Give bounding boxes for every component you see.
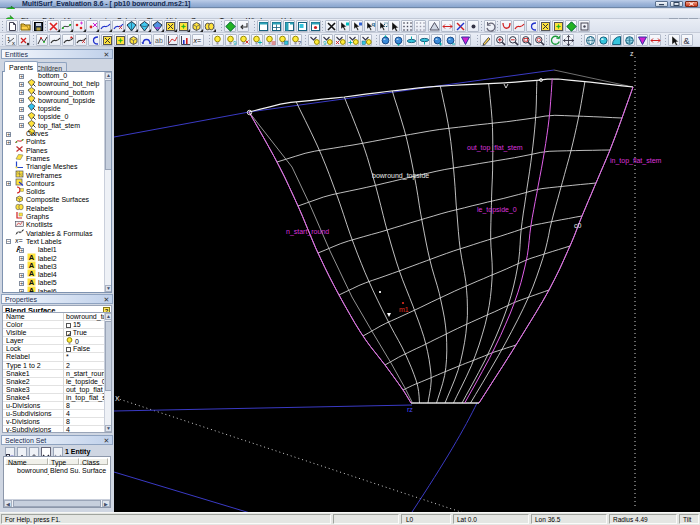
toolbar-button-redcup-icon[interactable] [500,20,512,32]
toolbar-button-page-icon[interactable] [6,20,18,32]
property-row-u-subdivisions[interactable]: u-Subdivisions4 [3,410,111,418]
close-button[interactable] [685,1,698,7]
scroll-down-icon[interactable]: ▼ [105,285,112,292]
toolbar-button-flat2-icon[interactable] [418,34,430,46]
property-row-lock[interactable]: Lock False [3,345,111,353]
minimize-button[interactable] [655,1,668,7]
tree-item-label2[interactable]: +Alabel2 [3,255,111,263]
toolbar-button-wedge-icon[interactable] [610,34,622,46]
scroll-up-icon[interactable]: ▲ [105,313,112,320]
toolbar-button-half-icon[interactable]: 1x [5,34,17,46]
tree-item-topside[interactable]: +topside [3,105,111,113]
toolbar-grip[interactable] [375,35,378,45]
toolbar-button-ball--icon[interactable] [431,34,443,46]
tree-expander-icon[interactable]: + [19,90,24,95]
toolbar-button-bulb-x9-icon[interactable] [238,34,250,46]
selection-table[interactable]: Name Type Class bowround_... Blend Su...… [3,456,111,508]
toolbar-button-curve-d02020-icon[interactable] [513,20,525,32]
toolbar-button-win-c-icon[interactable] [283,20,295,32]
property-row-layer[interactable]: Layer 0 [3,337,111,345]
toolbar-button-curvea-303030-icon[interactable] [62,34,74,46]
toolbar-button-fx-icon[interactable]: x= [192,34,204,46]
tree-expander-icon[interactable]: + [19,107,24,112]
tree-item-topside-0[interactable]: +topside_0 [3,113,111,121]
tree-expander-icon[interactable]: − [6,239,11,244]
scroll-left-icon[interactable]: ◀ [4,500,12,507]
toolbar-button-lr-icon[interactable] [441,20,453,32]
viewport-canvas[interactable]: bowround_topsideout_top_flat_stemin_top_… [114,47,700,512]
toolbar-button-curveg-icon[interactable] [60,20,72,32]
toolbar-grip[interactable] [664,35,667,45]
tree-expander-icon[interactable]: + [19,248,24,253]
toolbar-button-win-d-icon[interactable] [296,20,308,32]
tree-expander-icon[interactable]: + [19,123,24,128]
tree-item-label1[interactable]: +Alabel1 [3,246,111,254]
toolbar-button-arc-2233cc-icon[interactable] [88,34,100,46]
tree-expander-icon[interactable]: + [6,140,11,145]
tree-item-planes[interactable]: Planes [3,147,111,155]
tree-expander-icon[interactable]: + [19,82,24,87]
toolbar-button-diam-22b322-icon[interactable] [565,20,577,32]
tree-item-label5[interactable]: +Alabel5 [3,279,111,287]
tree-item-relabels[interactable]: Relabels [3,205,111,213]
tree-expander-icon[interactable]: + [19,98,24,103]
toolbar-button-mag--icon[interactable] [494,34,506,46]
toolbar-button-disk-icon[interactable] [32,20,44,32]
toolbar-button-curve-2233cc-icon[interactable] [99,20,111,32]
toolbar-grip[interactable] [253,21,256,31]
tree-item-bowround-bot-help[interactable]: +bowround_bot_help [3,80,111,88]
toolbar-button-xdot-icon[interactable] [18,34,30,46]
toolbar-button-blob2-icon[interactable] [203,20,215,32]
toolbar-button-pen-icon[interactable] [480,34,492,46]
scroll-thumb[interactable] [105,321,112,391]
toolbar-button-bulb-icon[interactable] [212,34,224,46]
toolbar-button-tri-icon[interactable] [428,20,440,32]
toolbar-button-bluearc-icon[interactable] [140,34,152,46]
toolbar-button-cube-icon[interactable] [127,34,139,46]
toolbar-button-ab-icon[interactable]: ab [153,34,165,46]
property-row-snake3[interactable]: Snake3out_top_flat_stem [3,386,111,394]
toolbar-grip[interactable] [304,35,307,45]
property-row-snake1[interactable]: Snake1n_start_round [3,370,111,378]
toolbar-button-arc-2233cc-icon[interactable] [526,20,538,32]
entities-close-icon[interactable]: ✕ [103,51,110,58]
toolbar-button-mag-o-icon[interactable] [533,34,545,46]
toolbar-grip[interactable] [480,21,483,31]
toolbar-button-curvex-303030-icon[interactable] [75,34,87,46]
toolbar-button-arrow-icon[interactable] [388,20,400,32]
toolbar-button-amp-icon[interactable]: & [681,34,693,46]
toolbar-button-win-a-icon[interactable] [257,20,269,32]
tree-item-top-flat-stem[interactable]: +top_flat_stem [3,122,111,130]
property-row-color[interactable]: Color 15 [3,321,111,329]
tree-expander-icon[interactable]: + [6,132,11,137]
toolbar-button-cube-icon[interactable] [190,20,202,32]
toolbar-grip[interactable] [580,35,583,45]
toolbar-button-tridown-icon[interactable] [636,34,648,46]
properties-grid[interactable]: Namebowround_topsideColor 15Visible✓ Tru… [2,312,112,433]
toolbar-button-win-e-icon[interactable] [309,20,321,32]
selection-row-class[interactable]: Surface [82,467,110,475]
toolbar-button-chart2-icon[interactable] [179,34,191,46]
toolbar-button-rot-icon[interactable] [549,34,561,46]
toolbar-grip[interactable] [208,35,211,45]
toolbar-button-flat-icon[interactable] [405,34,417,46]
toolbar-button-lr-icon[interactable] [649,34,661,46]
column-header-class[interactable]: Class [79,458,108,465]
toolbar-button-ptx-icon[interactable] [86,20,98,32]
toolbar-button-undo-icon[interactable] [484,20,496,32]
toolbar-button-mag-r-icon[interactable] [520,34,532,46]
property-row-name[interactable]: Namebowround_topside [3,313,111,321]
toolbar-button-globe-icon[interactable] [584,34,596,46]
tree-item-label4[interactable]: +Alabel4 [3,271,111,279]
toolbar-button-bulbdn-icon[interactable] [308,34,320,46]
toolbar-button-ball-d-icon[interactable] [392,34,404,46]
tree-expander-icon[interactable]: + [6,181,11,186]
tree-item-solids[interactable]: Solids [3,188,111,196]
toolbar-button-x-111111-icon[interactable] [325,20,337,32]
toolbar-button-bulbdn-9-icon[interactable]: 9 [321,34,333,46]
scroll-thumb[interactable] [13,500,101,507]
tree-item-triangle-meshes[interactable]: Triangle Meshes [3,163,111,171]
toolbar-button-cur-00c0c0-icon[interactable] [338,20,350,32]
toolbar-button-bulbdn-s-icon[interactable] [360,34,372,46]
tree-expander-icon[interactable]: + [19,273,24,278]
